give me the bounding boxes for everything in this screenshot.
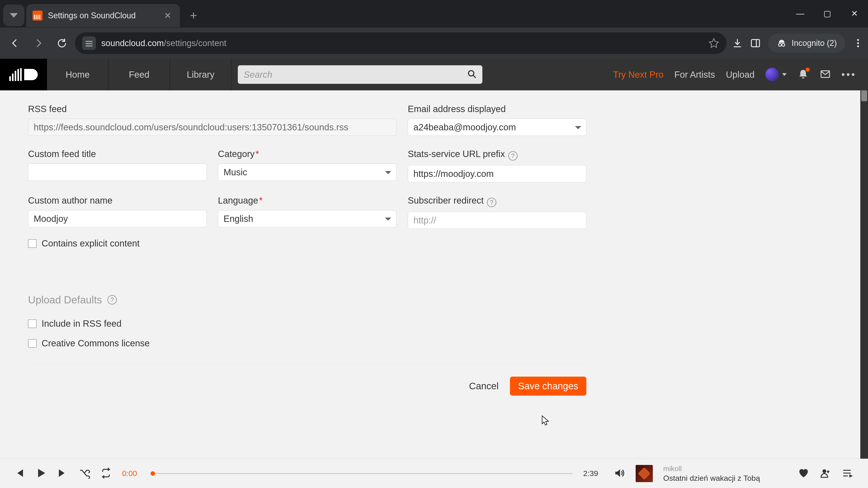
close-window-icon[interactable]: ✕ [841, 5, 868, 22]
more-menu-icon[interactable] [842, 73, 855, 76]
input-custom-feed-title[interactable] [28, 164, 207, 181]
address-bar[interactable]: soundcloud.com/settings/content [75, 32, 726, 54]
track-artwork[interactable] [636, 465, 653, 482]
like-button[interactable] [798, 467, 809, 480]
track-artist[interactable]: mikoll [663, 464, 781, 473]
incognito-icon [777, 38, 786, 48]
checkbox-cc-license[interactable] [28, 339, 37, 348]
shuffle-button[interactable] [79, 467, 90, 480]
svg-rect-0 [751, 39, 760, 47]
label-stats-prefix: Stats-service URL prefix? [408, 149, 586, 161]
label-custom-feed-title: Custom feed title [28, 149, 207, 159]
help-icon[interactable]: ? [487, 198, 496, 207]
queue-button[interactable] [841, 467, 852, 480]
track-meta: mikoll Ostatni dzień wakacji z Tobą [663, 464, 781, 483]
track-title[interactable]: Ostatni dzień wakacji z Tobą [663, 474, 781, 483]
checkbox-cc-license-row[interactable]: Creative Commons license [28, 338, 586, 348]
chevron-down-icon [10, 13, 18, 18]
svg-point-6 [857, 42, 859, 44]
minimize-icon[interactable]: ― [786, 5, 814, 22]
checkbox-cc-license-label: Creative Commons license [41, 338, 150, 348]
divider [28, 364, 586, 364]
nav-feed[interactable]: Feed [108, 59, 170, 90]
label-rss-feed: RSS feed [28, 104, 397, 114]
upload-defaults-header: Upload Defaults? [28, 294, 586, 306]
avatar [765, 68, 779, 81]
label-language: Language* [218, 195, 397, 205]
svg-point-8 [468, 70, 474, 76]
input-custom-author[interactable] [28, 210, 207, 227]
help-icon[interactable]: ? [508, 151, 518, 161]
checkbox-explicit-row[interactable]: Contains explicit content [28, 238, 586, 249]
svg-point-11 [823, 469, 827, 473]
url-text: soundcloud.com/settings/content [101, 38, 226, 48]
repeat-button[interactable] [100, 467, 112, 480]
nav-library[interactable]: Library [170, 59, 231, 90]
try-next-pro-link[interactable]: Try Next Pro [613, 70, 663, 80]
address-bar-row: soundcloud.com/settings/content Incognit… [0, 28, 868, 59]
notifications-button[interactable] [798, 68, 809, 80]
input-subscriber-redirect[interactable] [408, 212, 586, 229]
label-subscriber-redirect: Subscriber redirect? [408, 195, 586, 207]
input-stats-prefix[interactable] [408, 165, 586, 182]
play-button[interactable] [35, 467, 46, 480]
downloads-icon[interactable] [732, 38, 743, 48]
for-artists-link[interactable]: For Artists [674, 70, 715, 80]
total-time: 2:39 [583, 469, 603, 478]
cancel-button[interactable]: Cancel [467, 377, 501, 395]
select-email-displayed[interactable]: a24beaba@moodjoy.com [408, 119, 586, 136]
site-info-icon[interactable] [82, 36, 96, 50]
new-tab-button[interactable]: + [185, 7, 202, 24]
back-button[interactable] [4, 33, 25, 54]
window-controls: ― ▢ ✕ [786, 5, 868, 22]
select-language[interactable]: English [218, 210, 397, 227]
progress-bar[interactable] [153, 473, 573, 474]
checkbox-explicit[interactable] [28, 239, 37, 248]
field-email-displayed: Email address displayed a24beaba@moodjoy… [408, 104, 586, 136]
checkbox-include-rss[interactable] [28, 320, 37, 328]
current-time: 0:00 [122, 469, 143, 478]
field-language: Language* English [218, 195, 397, 229]
reload-button[interactable] [52, 33, 72, 54]
maximize-icon[interactable]: ▢ [814, 5, 841, 22]
tab-close-icon[interactable]: ✕ [164, 11, 171, 20]
input-rss-feed[interactable] [28, 119, 397, 136]
svg-point-5 [857, 39, 859, 41]
select-category[interactable]: Music [218, 164, 397, 181]
field-rss-feed: RSS feed [28, 104, 397, 136]
field-custom-feed-title: Custom feed title [28, 149, 207, 182]
search-icon[interactable] [467, 69, 477, 80]
save-button[interactable]: Save changes [510, 377, 586, 396]
side-panel-icon[interactable] [750, 38, 761, 48]
bookmark-star-icon[interactable] [708, 38, 719, 48]
scrollbar[interactable] [860, 59, 868, 459]
incognito-badge[interactable]: Incognito (2) [768, 34, 845, 53]
nav-home[interactable]: Home [47, 59, 108, 90]
messages-button[interactable] [819, 68, 831, 80]
soundcloud-logo[interactable] [0, 59, 47, 90]
follow-user-button[interactable] [819, 467, 831, 480]
field-custom-author: Custom author name [28, 195, 207, 229]
player-bar: 0:00 2:39 mikoll Ostatni dzień wakacji z… [0, 459, 868, 488]
chevron-down-icon [782, 73, 786, 76]
next-button[interactable] [57, 467, 68, 480]
volume-button[interactable] [614, 467, 625, 480]
checkbox-include-rss-label: Include in RSS feed [41, 319, 122, 329]
form-actions: Cancel Save changes [28, 377, 586, 396]
chrome-menu-icon[interactable] [852, 38, 864, 48]
user-menu[interactable] [765, 68, 786, 81]
svg-point-2 [778, 43, 781, 46]
forward-button[interactable] [28, 33, 49, 54]
tab-title: Settings on SoundCloud [48, 11, 159, 20]
soundcloud-topbar: Home Feed Library Try Next Pro For Artis… [0, 59, 868, 90]
search-input[interactable] [238, 65, 483, 84]
browser-tab[interactable]: Settings on SoundCloud ✕ [26, 4, 180, 27]
svg-point-3 [782, 43, 785, 46]
upload-link[interactable]: Upload [726, 70, 754, 80]
tab-search-button[interactable] [3, 4, 24, 26]
label-email-displayed: Email address displayed [408, 104, 586, 114]
progress-handle[interactable] [151, 471, 155, 476]
previous-button[interactable] [13, 467, 25, 480]
help-icon[interactable]: ? [107, 295, 117, 304]
checkbox-include-rss-row[interactable]: Include in RSS feed [28, 319, 586, 329]
